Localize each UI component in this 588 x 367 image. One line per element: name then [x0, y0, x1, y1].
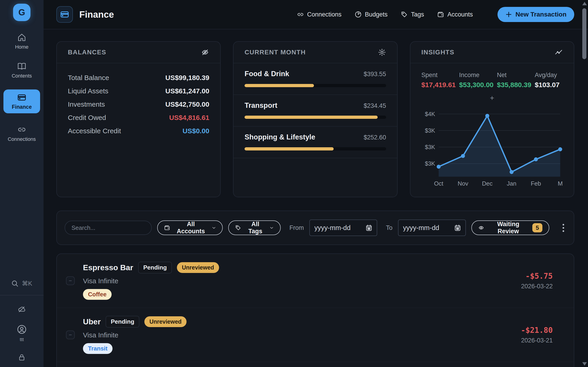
review-badge: Unreviewed: [144, 316, 186, 327]
balance-row: Investments US$42,750.00: [68, 100, 209, 108]
transaction-name: Uber: [83, 317, 101, 326]
tag-icon: [401, 11, 408, 18]
current-month-card: CURRENT MONTH Food & Drink $393.55 Trans…: [233, 41, 397, 197]
transaction-account: Visa Infinite: [83, 277, 513, 285]
from-date-field[interactable]: [309, 219, 377, 236]
stat-spent: Spent $17,419.61: [421, 72, 456, 89]
accounts-filter-label: All Accounts: [173, 221, 208, 235]
cloud-off-icon[interactable]: [18, 305, 26, 313]
category-row[interactable]: Shopping & Lifestyle $252.60: [234, 127, 397, 158]
transaction-date: 2026-03-22: [521, 283, 553, 290]
waiting-review-count-badge: 5: [532, 223, 542, 232]
balance-value: US$42,750.00: [165, 100, 209, 108]
nav-tags[interactable]: Tags: [401, 11, 424, 18]
svg-text:Feb: Feb: [531, 180, 541, 187]
balance-label: Accessible Credit: [68, 127, 121, 135]
wallet-icon: [437, 11, 444, 18]
new-transaction-label: New Transaction: [515, 11, 566, 18]
balance-label: Credit Owed: [68, 114, 106, 122]
top-nav: Connections Budgets Tags Accounts New Tr…: [297, 7, 574, 22]
svg-text:Jan: Jan: [507, 180, 516, 187]
sidebar-item-home[interactable]: Home: [15, 33, 29, 50]
sidebar-item-label: Connections: [8, 136, 36, 142]
lock-icon[interactable]: [18, 353, 26, 361]
main-area: Finance Connections Budgets Tags Account…: [44, 0, 588, 367]
credit-card-icon: [17, 93, 26, 102]
stat-value: $53,300.00: [459, 81, 494, 89]
sidebar-item-label: Contents: [12, 73, 32, 79]
category-name: Transport: [244, 101, 277, 110]
insights-line-chart: $4K$3K$3K$3KOctNovDecJanFebM: [421, 104, 563, 188]
insights-expand-button[interactable]: +: [421, 94, 563, 102]
page-title: Finance: [79, 9, 114, 20]
balance-label: Total Balance: [68, 74, 109, 82]
transactions-list: Espresso Bar Pending Unreviewed Visa Inf…: [56, 253, 574, 367]
transaction-row[interactable]: Espresso Bar Pending Unreviewed Visa Inf…: [57, 254, 574, 308]
category-row[interactable]: Food & Drink $393.55: [234, 63, 397, 95]
insights-title: INSIGHTS: [421, 49, 454, 56]
scrollbar-down-arrow[interactable]: [582, 362, 587, 366]
scrollbar: [582, 0, 588, 367]
balance-value: US$99,180.39: [165, 74, 209, 82]
stat-net: Net $35,880.39: [497, 72, 532, 89]
balance-row: Accessible Credit US$0.00: [68, 127, 209, 135]
svg-text:$3K: $3K: [425, 144, 435, 150]
command-search[interactable]: ⌘K: [11, 280, 32, 287]
scrollbar-thumb[interactable]: [582, 8, 586, 59]
calendar-icon[interactable]: [454, 224, 461, 232]
new-transaction-button[interactable]: New Transaction: [498, 7, 574, 22]
balance-row: Credit Owed US$4,816.61: [68, 114, 209, 122]
balance-label: Investments: [68, 100, 105, 108]
transaction-amount: -$5.75: [521, 272, 553, 281]
pie-chart-icon: [355, 11, 362, 18]
gear-icon[interactable]: [378, 48, 386, 56]
sidebar-item-finance[interactable]: Finance: [3, 90, 40, 113]
from-label: From: [290, 224, 304, 232]
user-circle-icon[interactable]: [17, 324, 27, 334]
more-options-button[interactable]: [561, 222, 566, 234]
transaction-tag[interactable]: Transit: [83, 343, 113, 354]
category-amount: $252.60: [364, 134, 386, 141]
transaction-tag[interactable]: Coffee: [83, 289, 112, 300]
stat-label: Spent: [421, 72, 456, 79]
stat-label: Net: [497, 72, 532, 79]
eye-off-icon[interactable]: [201, 48, 209, 56]
link-icon: [297, 11, 304, 18]
tags-filter-dropdown[interactable]: All Tags: [228, 220, 281, 235]
nav-accounts[interactable]: Accounts: [437, 11, 473, 18]
transaction-row[interactable]: Liquor Store Pending Unreviewed Visa Inf…: [57, 362, 574, 367]
plus-icon: [505, 11, 512, 18]
balance-row: Total Balance US$99,180.39: [68, 74, 209, 82]
accounts-filter-dropdown[interactable]: All Accounts: [157, 220, 223, 235]
balances-card: BALANCES Total Balance US$99,180.39 Liqu…: [56, 41, 221, 197]
to-date-input[interactable]: [403, 224, 454, 232]
search-input[interactable]: [65, 221, 152, 235]
svg-text:Dec: Dec: [482, 180, 492, 187]
calendar-icon[interactable]: [365, 224, 373, 232]
insights-stats: Spent $17,419.61 Income $53,300.00 Net $…: [421, 72, 563, 89]
tag-icon: [235, 225, 241, 231]
scrollbar-up-arrow[interactable]: [582, 2, 587, 5]
category-row[interactable]: Transport $234.45: [234, 95, 397, 127]
eye-icon: [478, 225, 484, 231]
filter-bar: All Accounts All Tags From To Waiting Re…: [56, 211, 574, 245]
stat-label: Avg/day: [535, 72, 560, 79]
avatar[interactable]: G: [13, 4, 31, 21]
sidebar-item-connections[interactable]: Connections: [8, 125, 36, 142]
to-label: To: [386, 224, 393, 232]
transaction-checkbox[interactable]: [66, 276, 75, 285]
sidebar: G Home Contents Finance Connections ⌘K t…: [0, 0, 44, 367]
finance-app-icon: [56, 6, 73, 23]
category-amount: $234.45: [364, 102, 386, 109]
link-icon: [17, 125, 26, 134]
stat-avg-day: Avg/day $103.07: [535, 72, 560, 89]
search-icon: [11, 280, 19, 287]
transaction-checkbox[interactable]: [66, 331, 75, 339]
to-date-field[interactable]: [398, 219, 466, 236]
from-date-input[interactable]: [314, 224, 365, 232]
nav-budgets[interactable]: Budgets: [355, 11, 387, 18]
transaction-row[interactable]: Uber Pending Unreviewed Visa Infinite Tr…: [57, 308, 574, 362]
sidebar-item-contents[interactable]: Contents: [12, 62, 32, 79]
nav-connections[interactable]: Connections: [297, 11, 341, 18]
waiting-review-filter[interactable]: Waiting Review 5: [471, 220, 549, 235]
